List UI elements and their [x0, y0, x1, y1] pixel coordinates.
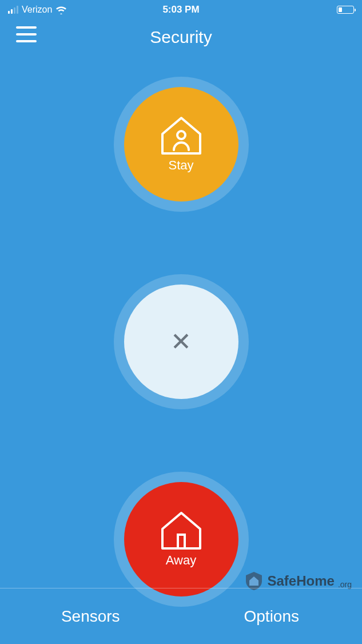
stay-mode-label: Stay [168, 158, 193, 173]
footer-tabs: Sensors Options [0, 588, 362, 644]
signal-icon [8, 6, 18, 14]
status-right [337, 6, 354, 14]
away-mode-button[interactable]: Away [124, 482, 238, 596]
options-label: Options [244, 607, 300, 626]
nav-header: Security [0, 17, 362, 53]
svg-point-0 [177, 131, 185, 139]
status-bar: Verizon 5:03 PM [0, 0, 362, 17]
svg-rect-1 [178, 535, 185, 548]
carrier-label: Verizon [22, 5, 52, 15]
page-title: Security [150, 27, 212, 47]
wifi-icon [55, 6, 67, 14]
options-tab[interactable]: Options [181, 588, 363, 644]
sensors-tab[interactable]: Sensors [0, 588, 181, 644]
battery-icon [337, 6, 354, 14]
main-content: Stay ✕ Away [0, 53, 362, 596]
close-icon: ✕ [170, 329, 192, 354]
away-mode-label: Away [166, 553, 196, 568]
watermark-text: SafeHome [268, 573, 335, 589]
disarm-mode-button[interactable]: ✕ [124, 285, 238, 399]
stay-mode-button[interactable]: Stay [124, 87, 238, 202]
status-left: Verizon [8, 5, 67, 15]
house-door-icon [159, 511, 204, 551]
menu-icon[interactable] [16, 26, 37, 42]
house-person-icon [159, 116, 204, 156]
sensors-label: Sensors [61, 607, 120, 626]
status-time: 5:03 PM [162, 4, 199, 15]
